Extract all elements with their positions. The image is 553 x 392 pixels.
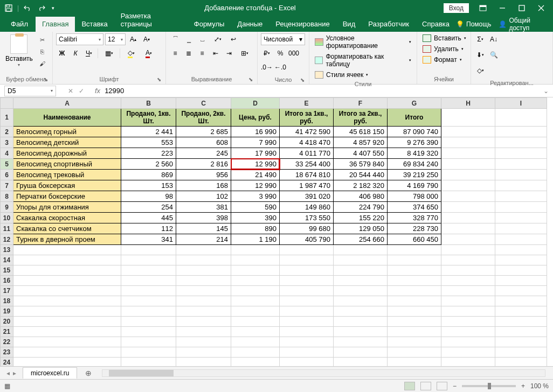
tab-вставка[interactable]: Вставка: [75, 17, 114, 32]
cell[interactable]: 39 219 250: [388, 170, 441, 180]
cell[interactable]: Упоры для отжимания: [13, 202, 121, 213]
cell[interactable]: 1 987 470: [280, 180, 334, 191]
cell[interactable]: [13, 327, 121, 337]
clear-button[interactable]: ◇▾: [474, 65, 486, 76]
cell[interactable]: [495, 286, 547, 296]
cell[interactable]: [441, 245, 495, 255]
table-header[interactable]: Продано, 2кв. Шт.: [176, 109, 231, 127]
horizontal-scrollbar[interactable]: [102, 369, 545, 377]
cell[interactable]: [495, 296, 547, 306]
cell[interactable]: [388, 327, 441, 337]
comma-format-button[interactable]: 000: [288, 47, 300, 59]
cell[interactable]: [13, 296, 121, 306]
cell[interactable]: [441, 276, 495, 286]
cell[interactable]: 168: [176, 180, 231, 191]
percent-format-button[interactable]: %: [274, 47, 286, 59]
cell[interactable]: [280, 255, 334, 265]
cell[interactable]: [495, 327, 547, 337]
align-left-button[interactable]: ≡: [169, 47, 181, 59]
cell[interactable]: 41 472 590: [280, 127, 334, 137]
cell[interactable]: [388, 337, 441, 347]
cell[interactable]: [121, 337, 176, 347]
accounting-format-button[interactable]: ₽▾: [261, 47, 273, 59]
cell[interactable]: 254: [121, 202, 176, 213]
worksheet-grid[interactable]: ABCDEFGHI1НаименованиеПродано, 1кв. Шт.П…: [0, 97, 553, 366]
col-header-A[interactable]: A: [13, 98, 121, 109]
cell[interactable]: [280, 245, 334, 255]
ribbon-display-options[interactable]: [473, 2, 493, 14]
font-name-combo[interactable]: Calibri▾: [56, 33, 103, 45]
row-header-22[interactable]: 22: [1, 337, 13, 347]
redo-button[interactable]: [35, 2, 48, 14]
cell[interactable]: 223: [121, 148, 176, 159]
cell[interactable]: 245: [176, 148, 231, 159]
cell[interactable]: Велосипед спортивный: [13, 159, 121, 170]
cell[interactable]: 2 441: [121, 127, 176, 137]
cell[interactable]: [334, 358, 388, 367]
row-header-23[interactable]: 23: [1, 347, 13, 358]
tab-главная[interactable]: Главная: [36, 17, 75, 32]
cell[interactable]: 3 990: [231, 191, 280, 202]
row-header-19[interactable]: 19: [1, 306, 13, 317]
cell[interactable]: [231, 276, 280, 286]
cell[interactable]: 660 450: [388, 234, 441, 245]
cell[interactable]: [441, 337, 495, 347]
row-header-8[interactable]: 8: [1, 191, 13, 202]
copy-button[interactable]: ⎘: [37, 46, 49, 57]
cell[interactable]: [441, 347, 495, 358]
cell[interactable]: [388, 358, 441, 367]
cell[interactable]: Велосипед дорожный: [13, 148, 121, 159]
cell[interactable]: [334, 276, 388, 286]
col-header-G[interactable]: G: [388, 98, 441, 109]
table-header[interactable]: Наименование: [13, 109, 121, 127]
alignment-dialog-launcher[interactable]: ⬊: [248, 76, 253, 82]
fill-color-button[interactable]: ◇▾: [123, 47, 139, 59]
cell[interactable]: [495, 347, 547, 358]
cell[interactable]: [121, 276, 176, 286]
cell[interactable]: 12 990: [231, 180, 280, 191]
tab-данные[interactable]: Данные: [231, 17, 269, 32]
cell[interactable]: 2 816: [176, 159, 231, 170]
cell[interactable]: [231, 265, 280, 276]
sheet-nav-first[interactable]: ◂: [6, 369, 10, 377]
cell[interactable]: 36 579 840: [334, 159, 388, 170]
format-cells-button[interactable]: Формат▾: [420, 55, 468, 65]
cell[interactable]: 7 990: [231, 137, 280, 148]
cell[interactable]: [388, 286, 441, 296]
cell[interactable]: [121, 306, 176, 317]
cell[interactable]: Груша боксерская: [13, 180, 121, 191]
cell[interactable]: 98: [121, 191, 176, 202]
zoom-out-button[interactable]: −: [453, 382, 457, 390]
tab-файл[interactable]: Файл: [3, 17, 36, 32]
decrease-font-button[interactable]: A▾: [141, 33, 153, 45]
cell[interactable]: [334, 306, 388, 317]
cell[interactable]: [441, 306, 495, 317]
cell[interactable]: 87 090 740: [388, 127, 441, 137]
table-header[interactable]: Итого за 2кв., руб.: [334, 109, 388, 127]
cell[interactable]: [334, 296, 388, 306]
row-header-13[interactable]: 13: [1, 245, 13, 255]
cell[interactable]: [121, 286, 176, 296]
cell[interactable]: [334, 255, 388, 265]
cell[interactable]: 4 418 470: [280, 137, 334, 148]
font-dialog-launcher[interactable]: ⬊: [157, 76, 161, 82]
table-header[interactable]: Продано, 1кв. Шт.: [121, 109, 176, 127]
table-header[interactable]: Итого: [388, 109, 441, 127]
record-macro-icon[interactable]: ▦: [4, 382, 10, 390]
cell[interactable]: 33 254 400: [280, 159, 334, 170]
cell[interactable]: [231, 255, 280, 265]
row-header-1[interactable]: 1: [1, 109, 13, 127]
close-button[interactable]: [531, 2, 551, 14]
cell[interactable]: [231, 347, 280, 358]
clipboard-dialog-launcher[interactable]: ⬊: [44, 76, 48, 82]
cell[interactable]: 553: [121, 137, 176, 148]
cell[interactable]: 254 660: [334, 234, 388, 245]
col-header-I[interactable]: I: [495, 98, 547, 109]
cell[interactable]: 102: [176, 191, 231, 202]
find-select-button[interactable]: 🔍: [488, 49, 500, 61]
cell[interactable]: 390: [231, 213, 280, 223]
decrease-decimal-button[interactable]: ←.0: [274, 61, 286, 73]
cell[interactable]: 2 560: [121, 159, 176, 170]
number-dialog-launcher[interactable]: ⬊: [300, 77, 305, 83]
cell[interactable]: [388, 276, 441, 286]
